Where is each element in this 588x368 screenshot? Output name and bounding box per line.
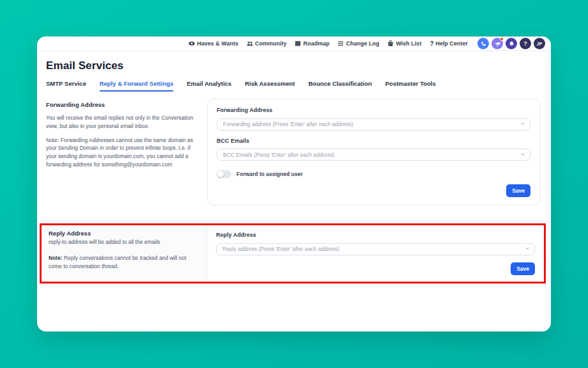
nav-item-label: Roadmap (303, 40, 329, 47)
forwarding-description: Forwarding Address You will receive the … (46, 99, 207, 169)
forwarding-heading: Forwarding Address (46, 101, 198, 108)
gift-icon (387, 40, 394, 47)
forwarding-section: Forwarding Address You will receive the … (46, 99, 540, 205)
avatar-initials: JP (537, 42, 543, 46)
reply-address-input[interactable] (216, 243, 535, 255)
question-mark-icon: ? (429, 40, 433, 47)
reply-address-label: Reply Address (216, 232, 535, 238)
nav-item-haves-wants[interactable]: Haves & Wants (189, 40, 238, 47)
note-prefix: Note: (49, 255, 63, 261)
notification-dot (500, 37, 504, 41)
tab-postmaster-tools[interactable]: Postmaster Tools (385, 80, 436, 92)
reply-note-text: Note: Reply conversations cannot be trac… (49, 254, 197, 271)
nav-item-roadmap[interactable]: Roadmap (295, 40, 329, 47)
changelog-list-icon (337, 40, 344, 47)
phone-icon (481, 38, 486, 49)
forwarding-note-text: Note: Forwarding Addresses cannot use th… (46, 136, 198, 169)
notifications-button[interactable] (506, 38, 517, 49)
reply-section-highlighted: Reply Address reply-to address will be a… (40, 223, 546, 284)
main-content: Email Services SMTP Service Reply & Forw… (37, 51, 551, 284)
question-icon: ? (523, 40, 527, 47)
nav-item-label: Haves & Wants (197, 40, 238, 47)
tab-bar: SMTP Service Reply & Forward Settings Em… (46, 80, 540, 92)
reply-address-select (216, 242, 535, 255)
toggle-knob (217, 171, 224, 177)
page-title: Email Services (46, 60, 540, 72)
top-navigation: Haves & Wants Community Roadmap Change L… (37, 36, 551, 51)
forwarding-address-select (217, 117, 530, 131)
nav-item-label: Wish List (396, 40, 421, 47)
chevron-down-icon (525, 246, 530, 251)
nav-item-community[interactable]: Community (247, 40, 287, 47)
chevron-down-icon (520, 121, 525, 126)
forward-to-assigned-user-row: Forward to assigned user (217, 170, 530, 178)
forward-to-assigned-user-toggle[interactable] (217, 170, 231, 178)
forwarding-address-label: Forwarding Address (217, 107, 530, 113)
forwarding-address-input[interactable] (217, 118, 530, 131)
forwarding-description-text: You will receive the email replies not o… (46, 114, 198, 131)
forwarding-form-panel: Forwarding Address BCC Emails (207, 99, 540, 205)
roadmap-icon (295, 40, 301, 47)
announcements-button[interactable] (491, 38, 503, 49)
tab-email-analytics[interactable]: Email Analytics (187, 80, 231, 92)
reply-heading: Reply Address (49, 230, 197, 237)
tab-reply-forward-settings[interactable]: Reply & Forward Settings (100, 80, 174, 92)
chevron-down-icon (520, 152, 525, 157)
nav-item-label: Help Center (435, 40, 468, 47)
help-button[interactable]: ? (520, 38, 531, 49)
nav-item-wish-list[interactable]: Wish List (387, 40, 421, 47)
nav-item-label: Community (255, 40, 287, 47)
bcc-emails-label: BCC Emails (217, 138, 530, 144)
handshake-icon (189, 40, 195, 47)
nav-item-help-center[interactable]: ? Help Center (429, 40, 468, 47)
reply-description: Reply Address reply-to address will be a… (42, 225, 206, 282)
reply-save-button[interactable]: Save (511, 262, 535, 275)
nav-item-change-log[interactable]: Change Log (337, 40, 379, 47)
tab-smtp-service[interactable]: SMTP Service (46, 80, 86, 92)
tab-bounce-classification[interactable]: Bounce Classification (309, 80, 372, 92)
reply-description-text: reply-to address will be added to all th… (49, 238, 197, 246)
email-services-card: Haves & Wants Community Roadmap Change L… (37, 36, 551, 332)
toggle-label: Forward to assigned user (236, 171, 302, 177)
user-avatar[interactable]: JP (534, 38, 545, 49)
nav-icon-buttons: ? JP (477, 38, 545, 49)
community-icon (247, 40, 253, 47)
forwarding-save-button[interactable]: Save (506, 184, 530, 197)
tab-risk-assessment[interactable]: Risk Assessment (245, 80, 295, 92)
bell-icon (509, 38, 514, 49)
phone-button[interactable] (477, 38, 489, 49)
nav-item-label: Change Log (346, 40, 379, 47)
bcc-emails-select (217, 148, 530, 161)
bcc-emails-input[interactable] (217, 148, 530, 161)
reply-form-panel: Reply Address Save (206, 225, 544, 282)
note-body: Reply conversations cannot be tracked an… (49, 255, 186, 269)
